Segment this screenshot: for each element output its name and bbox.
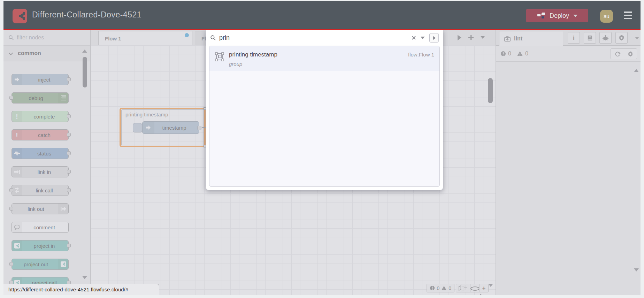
- deploy-nodes-icon: [537, 12, 545, 20]
- deploy-options-caret-icon[interactable]: [573, 15, 577, 17]
- search-result-item[interactable]: printing timestamp group flow:Flow 1: [209, 46, 439, 71]
- search-input-row[interactable]: prin: [206, 30, 443, 46]
- app-window: Different-Collared-Dove-4521 Deploy su f…: [3, 1, 641, 295]
- search-input[interactable]: prin: [219, 34, 408, 41]
- group-icon: [215, 52, 224, 63]
- user-avatar[interactable]: su: [600, 10, 613, 23]
- main-menu-button[interactable]: [624, 12, 632, 21]
- browser-status-url: https://different-collared-dove-4521.flo…: [3, 284, 159, 295]
- flowfuse-logo-icon: [13, 9, 27, 23]
- search-dialog: prin: [206, 30, 443, 190]
- deploy-button[interactable]: Deploy: [526, 9, 588, 22]
- chevron-right-icon: [433, 36, 436, 40]
- search-history-caret[interactable]: [421, 37, 425, 39]
- search-results-list: printing timestamp group flow:Flow 1: [209, 46, 440, 187]
- result-name: printing timestamp: [229, 51, 277, 58]
- clear-search-icon[interactable]: [412, 36, 416, 40]
- result-flow: flow:Flow 1: [408, 52, 434, 58]
- search-options-button[interactable]: [429, 33, 439, 43]
- instance-title: Different-Collared-Dove-4521: [32, 10, 141, 20]
- search-icon: [210, 35, 216, 41]
- deploy-label: Deploy: [550, 12, 569, 20]
- result-type: group: [229, 61, 242, 67]
- hamburger-icon: [624, 12, 632, 13]
- app-header: Different-Collared-Dove-4521 Deploy su: [3, 1, 641, 30]
